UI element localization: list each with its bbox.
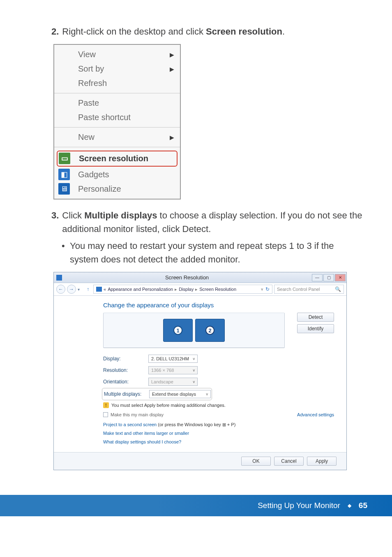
step-number: 3. xyxy=(51,209,59,222)
page-footer: Setting Up Your Monitor ◆ 65 xyxy=(0,495,392,516)
search-input[interactable]: Search Control Panel 🔍 xyxy=(274,285,344,294)
back-button[interactable]: ← xyxy=(56,285,65,294)
project-second-screen-line: Project to a second screen (or press the… xyxy=(103,420,334,429)
orientation-value: Landscape xyxy=(151,379,173,384)
ctx-gadgets[interactable]: ◧ Gadgets xyxy=(54,167,180,182)
window-titlebar: Screen Resolution — ▢ ✕ xyxy=(54,272,346,283)
ctx-personalize-label: Personalize xyxy=(78,184,121,194)
identify-button[interactable]: Identify xyxy=(297,324,334,333)
ctx-new-label: New xyxy=(78,132,95,142)
project-second-screen-trail: (or press the Windows logo key ⊞ + P) xyxy=(157,422,235,427)
footer-diamond-icon: ◆ xyxy=(348,503,351,508)
submenu-arrow-icon: ▶ xyxy=(170,51,174,58)
checkbox-icon xyxy=(103,412,108,417)
forward-button[interactable]: → xyxy=(67,285,76,294)
ctx-paste-label: Paste xyxy=(78,98,99,108)
ctx-paste-shortcut[interactable]: Paste shortcut xyxy=(54,110,180,125)
orientation-row: Orientation: Landscape v xyxy=(103,378,334,386)
what-settings-link[interactable]: What display settings should I choose? xyxy=(103,439,181,444)
history-chevron-icon[interactable]: ▾ xyxy=(78,287,83,292)
multiple-displays-select[interactable]: Extend these displays v xyxy=(149,390,211,398)
detect-button[interactable]: Detect xyxy=(297,313,334,322)
make-main-display[interactable]: Make this my main display xyxy=(103,412,164,417)
ctx-screen-resolution-label: Screen resolution xyxy=(79,154,148,163)
step-2: 2. Right-click on the desktop and click … xyxy=(51,25,363,38)
search-icon: 🔍 xyxy=(335,286,341,292)
refresh-icon[interactable]: ↻ xyxy=(265,286,270,292)
minimize-button[interactable]: — xyxy=(312,274,323,281)
text-size-link[interactable]: Make text and other items larger or smal… xyxy=(103,431,189,436)
orientation-select[interactable]: Landscape v xyxy=(148,378,198,386)
breadcrumb-seg2: Display xyxy=(179,287,194,292)
ok-button[interactable]: OK xyxy=(241,457,271,466)
display-label: Display: xyxy=(103,356,148,362)
ctx-screen-resolution[interactable]: ▭ Screen resolution xyxy=(57,151,178,167)
maximize-button[interactable]: ▢ xyxy=(323,274,334,281)
search-placeholder: Search Control Panel xyxy=(277,287,320,292)
chevron-down-icon: v xyxy=(193,380,195,384)
apply-warning: ! You must select Apply before making ad… xyxy=(103,402,334,408)
ctx-paste-shortcut-label: Paste shortcut xyxy=(78,113,131,122)
apply-button[interactable]: Apply xyxy=(307,457,337,466)
warning-icon: ! xyxy=(103,402,109,408)
breadcrumb-chevrons: « xyxy=(104,287,106,292)
multiple-displays-row: Multiple displays: Extend these displays… xyxy=(103,389,211,399)
step-3-text: Click Multiple displays to choose a disp… xyxy=(62,209,363,236)
control-panel-icon xyxy=(96,287,102,292)
page-heading: Change the appearance of your displays xyxy=(103,302,334,309)
submenu-arrow-icon: ▶ xyxy=(170,66,174,72)
breadcrumb[interactable]: « Appearance and Personalization ▸ Displ… xyxy=(93,285,272,294)
dialog-footer: OK Cancel Apply xyxy=(54,452,346,470)
chevron-down-icon: v xyxy=(206,392,208,396)
orientation-label: Orientation: xyxy=(103,379,148,385)
chevron-down-icon: v xyxy=(193,357,195,361)
path-dropdown-icon[interactable]: v xyxy=(261,287,263,291)
ctx-view[interactable]: View ▶ xyxy=(54,47,180,62)
ctx-sort-by-label: Sort by xyxy=(78,64,104,74)
close-button[interactable]: ✕ xyxy=(335,274,346,281)
display-row: Display: 2. DELL U2312HM v xyxy=(103,355,334,363)
make-main-display-label: Make this my main display xyxy=(111,412,164,417)
resolution-select[interactable]: 1366 × 768 v xyxy=(148,366,198,374)
step-3: 3. Click Multiple displays to choose a d… xyxy=(51,209,363,236)
breadcrumb-sep-icon: ▸ xyxy=(175,287,177,292)
monitor-1[interactable]: 1 xyxy=(163,319,193,342)
window-icon xyxy=(56,275,62,281)
monitor-2-badge: 2 xyxy=(205,326,214,335)
resolution-row: Resolution: 1366 × 768 v xyxy=(103,366,334,374)
display-select[interactable]: 2. DELL U2312HM v xyxy=(148,355,198,363)
ctx-refresh[interactable]: Refresh xyxy=(54,76,180,91)
navbar: ← → ▾ ↑ « Appearance and Personalization… xyxy=(54,283,346,296)
step-3-bullet: You may need to restart your system and … xyxy=(70,239,363,266)
monitor-2[interactable]: 2 xyxy=(195,319,225,342)
submenu-arrow-icon: ▶ xyxy=(170,134,174,141)
multiple-displays-label: Multiple displays: xyxy=(104,391,149,397)
display-preview[interactable]: 1 2 xyxy=(103,313,285,348)
ctx-paste[interactable]: Paste xyxy=(54,96,180,110)
personalize-icon: 🖥 xyxy=(58,183,70,195)
cancel-button[interactable]: Cancel xyxy=(274,457,304,466)
desktop-context-menu: View ▶ Sort by ▶ Refresh Paste xyxy=(53,44,181,200)
step-number: 2. xyxy=(51,25,59,38)
monitor-1-badge: 1 xyxy=(173,326,182,335)
step-2-text: Right-click on the desktop and click Scr… xyxy=(62,25,285,38)
screen-resolution-window: Screen Resolution — ▢ ✕ ← → ▾ ↑ xyxy=(53,272,347,470)
breadcrumb-seg3: Screen Resolution xyxy=(199,287,236,292)
ctx-gadgets-label: Gadgets xyxy=(78,170,109,179)
project-second-screen-link[interactable]: Project to a second screen xyxy=(103,422,157,427)
up-button[interactable]: ↑ xyxy=(84,285,92,293)
window-title: Screen Resolution xyxy=(62,274,312,281)
display-value: 2. DELL U2312HM xyxy=(151,356,189,361)
ctx-sort-by[interactable]: Sort by ▶ xyxy=(54,62,180,76)
footer-page-number: 65 xyxy=(359,501,367,510)
multiple-displays-value: Extend these displays xyxy=(152,392,196,397)
ctx-personalize[interactable]: 🖥 Personalize xyxy=(54,182,180,196)
ctx-view-label: View xyxy=(78,50,96,59)
resolution-value: 1366 × 768 xyxy=(151,368,174,373)
breadcrumb-sep-icon: ▸ xyxy=(195,287,198,292)
advanced-settings-link[interactable]: Advanced settings xyxy=(297,412,334,417)
breadcrumb-seg1: Appearance and Personalization xyxy=(108,287,173,292)
footer-title: Setting Up Your Monitor xyxy=(258,501,340,510)
resolution-label: Resolution: xyxy=(103,367,148,373)
ctx-new[interactable]: New ▶ xyxy=(54,130,180,144)
